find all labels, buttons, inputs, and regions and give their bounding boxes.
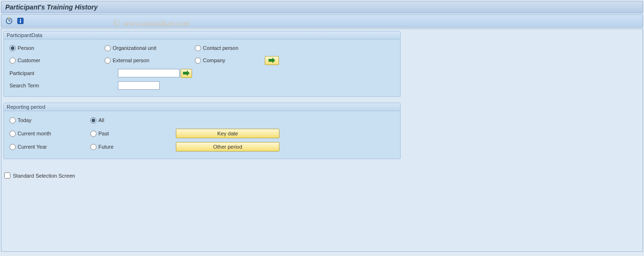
- radio-company-label[interactable]: Company: [203, 57, 225, 63]
- standard-selection-label[interactable]: Standard Selection Screen: [13, 173, 75, 179]
- arrow-right-icon: [269, 57, 275, 63]
- other-period-button[interactable]: Other period: [176, 142, 279, 152]
- svg-rect-7: [269, 59, 272, 62]
- radio-org-unit[interactable]: [105, 45, 111, 51]
- radio-current-month[interactable]: [10, 131, 16, 137]
- participant-data-group: ParticipantData Person Organizational un…: [3, 31, 401, 97]
- svg-marker-10: [187, 70, 190, 76]
- radio-contact-person-label[interactable]: Contact person: [203, 45, 239, 51]
- radio-customer-label[interactable]: Customer: [18, 57, 40, 63]
- reporting-period-title: Reporting period: [4, 103, 400, 111]
- participant-label: Participant: [10, 70, 118, 76]
- radio-org-unit-label[interactable]: Organizational unit: [113, 45, 156, 51]
- radio-external-person-label[interactable]: External person: [113, 57, 149, 63]
- radio-all[interactable]: [90, 117, 96, 123]
- radio-current-year[interactable]: [10, 144, 16, 150]
- svg-rect-6: [20, 20, 21, 23]
- title-text: Participant's Training History: [5, 3, 97, 11]
- participant-data-title: ParticipantData: [4, 31, 400, 39]
- radio-future-label[interactable]: Future: [98, 144, 114, 150]
- radio-customer[interactable]: [10, 57, 16, 64]
- radio-current-month-label[interactable]: Current month: [18, 131, 51, 136]
- radio-company[interactable]: [195, 57, 201, 64]
- participant-input[interactable]: [118, 69, 180, 77]
- info-icon: [17, 18, 24, 24]
- search-term-label: Search Term: [10, 83, 118, 88]
- key-date-button[interactable]: Key date: [176, 129, 279, 138]
- radio-past-label[interactable]: Past: [98, 131, 109, 136]
- radio-external-person[interactable]: [105, 57, 111, 64]
- radio-person-label[interactable]: Person: [18, 45, 34, 51]
- toolbar: [1, 14, 643, 28]
- radio-current-year-label[interactable]: Current Year: [18, 144, 47, 150]
- participant-search-help-button[interactable]: [181, 69, 192, 78]
- svg-rect-9: [183, 72, 187, 75]
- radio-past[interactable]: [90, 131, 96, 137]
- key-date-label: Key date: [217, 131, 238, 136]
- execute-button[interactable]: [4, 16, 14, 26]
- page-title: Participant's Training History: [1, 1, 643, 13]
- radio-person[interactable]: [10, 45, 16, 51]
- search-term-input[interactable]: [118, 81, 160, 90]
- radio-today-label[interactable]: Today: [18, 117, 31, 123]
- arrow-right-icon: [183, 70, 190, 76]
- info-button[interactable]: [16, 16, 25, 26]
- radio-all-label[interactable]: All: [98, 117, 104, 123]
- svg-marker-8: [272, 57, 275, 63]
- participant-type-expand-button[interactable]: [265, 56, 279, 65]
- svg-rect-5: [20, 19, 21, 20]
- execute-icon: [5, 17, 13, 25]
- radio-contact-person[interactable]: [195, 45, 201, 51]
- reporting-period-group: Reporting period Today All Current month: [3, 103, 401, 159]
- radio-today[interactable]: [10, 117, 16, 123]
- other-period-label: Other period: [213, 144, 242, 150]
- content-area: ParticipantData Person Organizational un…: [1, 28, 643, 252]
- radio-future[interactable]: [90, 144, 96, 150]
- standard-selection-checkbox[interactable]: [4, 172, 10, 179]
